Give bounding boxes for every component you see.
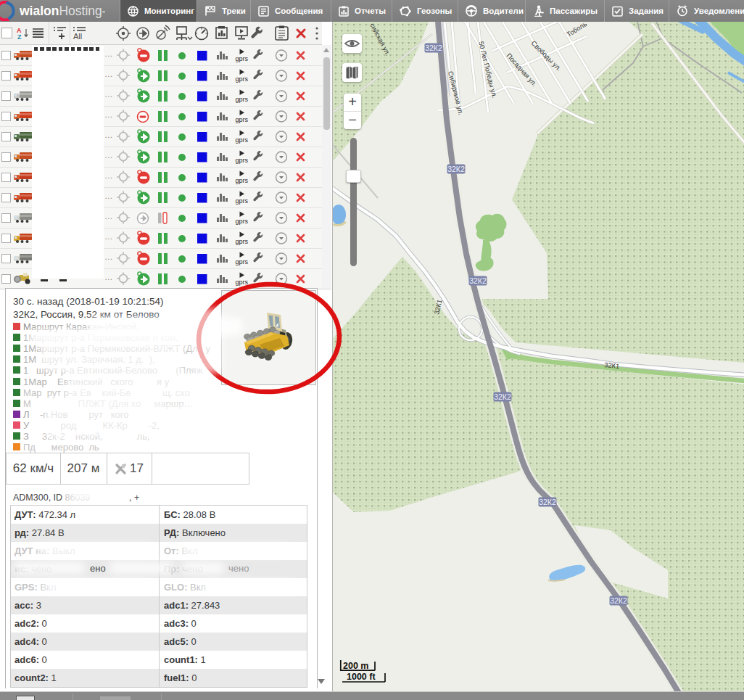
svg-text:32К2: 32К2 (610, 596, 627, 605)
svg-text:gprs: gprs (236, 136, 249, 144)
svg-text:gprs: gprs (236, 177, 249, 184)
svg-text:All: All (73, 32, 82, 41)
svg-text:gprs: gprs (236, 116, 249, 123)
svg-text:gprs: gprs (236, 238, 249, 245)
svg-text:200 m: 200 m (343, 661, 368, 671)
svg-text:32К2: 32К2 (539, 498, 556, 506)
svg-text:gprs: gprs (236, 157, 249, 164)
svg-text:32К2: 32К2 (494, 392, 511, 401)
svg-text:1000 ft: 1000 ft (347, 672, 376, 682)
svg-text:gprs: gprs (236, 75, 249, 83)
svg-text:32К2: 32К2 (469, 276, 487, 285)
svg-text:gprs: gprs (236, 279, 249, 286)
svg-text:gprs: gprs (236, 55, 249, 62)
svg-text:gprs: gprs (236, 218, 249, 225)
svg-text:Z: Z (17, 33, 22, 40)
svg-text:gprs: gprs (236, 258, 249, 265)
svg-text:gprs: gprs (236, 96, 249, 103)
svg-text:32К2: 32К2 (425, 44, 442, 52)
svg-text:32К2: 32К2 (447, 165, 465, 173)
svg-text:gprs: gprs (236, 197, 249, 205)
